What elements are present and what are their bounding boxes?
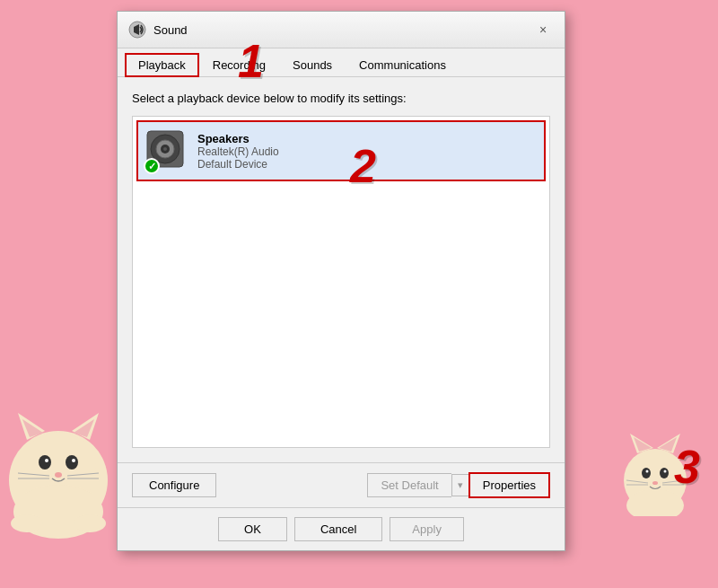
set-default-dropdown[interactable]: ▾ (451, 474, 468, 496)
dialog-content: Select a playback device below to modify… (118, 77, 565, 462)
svg-point-30 (642, 468, 651, 478)
sound-dialog: Sound × Playback Recording Sounds Commun… (117, 11, 565, 551)
device-info: Speakers Realtek(R) Audio Default Device (197, 132, 537, 171)
svg-point-31 (660, 468, 669, 478)
svg-point-9 (72, 459, 75, 462)
tab-playback[interactable]: Playback (125, 53, 199, 77)
svg-point-32 (646, 470, 649, 473)
cancel-button[interactable]: Cancel (294, 517, 382, 541)
svg-point-10 (55, 472, 62, 478)
svg-point-8 (45, 459, 48, 462)
svg-point-16 (11, 514, 43, 532)
svg-point-7 (66, 455, 78, 470)
window-title: Sound (153, 23, 188, 37)
svg-point-6 (39, 455, 51, 470)
set-default-button[interactable]: Set Default (367, 473, 451, 497)
tab-sounds[interactable]: Sounds (279, 53, 346, 77)
default-check-badge: ✓ (144, 158, 160, 174)
content-description: Select a playback device below to modify… (132, 92, 550, 105)
action-row: Configure Set Default ▾ Properties (118, 462, 565, 507)
ok-row: OK Cancel Apply (118, 507, 565, 550)
device-name: Speakers (197, 132, 537, 145)
title-bar-left: Sound (128, 21, 188, 39)
close-button[interactable]: × (532, 19, 554, 40)
configure-button[interactable]: Configure (132, 473, 216, 497)
sound-title-icon (128, 21, 146, 39)
device-icon-wrap: ✓ (145, 129, 188, 172)
properties-button[interactable]: Properties (468, 472, 550, 498)
right-actions: Set Default ▾ Properties (367, 472, 550, 498)
device-list[interactable]: ✓ Speakers Realtek(R) Audio Default Devi… (132, 116, 550, 448)
bg-decoration-right (619, 408, 691, 516)
tab-communications[interactable]: Communications (346, 53, 460, 77)
device-status: Default Device (197, 158, 537, 171)
ok-button[interactable]: OK (218, 517, 287, 541)
tab-bar: Playback Recording Sounds Communications (118, 48, 565, 77)
svg-point-33 (664, 470, 667, 473)
svg-point-17 (74, 514, 106, 532)
tab-recording[interactable]: Recording (199, 53, 279, 77)
device-description: Realtek(R) Audio (197, 145, 537, 158)
device-item-speakers[interactable]: ✓ Speakers Realtek(R) Audio Default Devi… (136, 120, 546, 181)
apply-button[interactable]: Apply (390, 517, 464, 541)
title-bar: Sound × (118, 12, 565, 48)
svg-point-34 (652, 481, 658, 485)
svg-point-24 (163, 147, 167, 151)
bg-cat-left (0, 373, 117, 534)
